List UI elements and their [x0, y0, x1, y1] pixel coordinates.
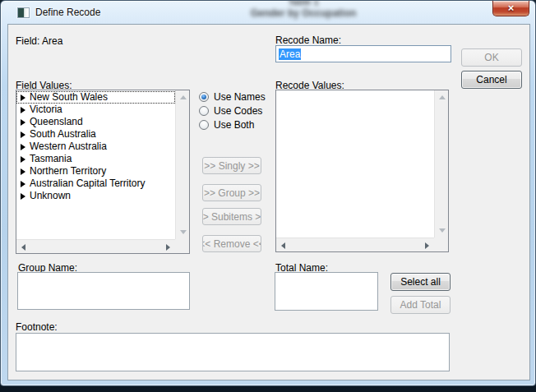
list-item[interactable]: South Australia — [16, 128, 175, 141]
horizontal-scrollbar[interactable] — [16, 239, 175, 253]
scroll-right-icon — [166, 244, 170, 251]
list-item[interactable]: Queensland — [16, 116, 175, 128]
right-triangle-icon — [21, 144, 25, 150]
scroll-right-button[interactable] — [161, 240, 175, 254]
scroll-up-icon — [180, 95, 187, 99]
singly-button[interactable]: >> Singly >> — [202, 157, 261, 174]
scroll-up-button[interactable] — [435, 90, 449, 104]
scroll-down-icon — [439, 228, 446, 233]
scroll-left-button[interactable] — [16, 240, 30, 254]
title-bar[interactable]: Table 1 Gender by Occupation Define Reco… — [1, 1, 535, 24]
scroll-up-icon — [439, 95, 446, 99]
right-triangle-icon — [21, 193, 25, 200]
group-name-input[interactable] — [17, 272, 190, 310]
field-values-list: New South Wales Victoria Queensland Sout… — [16, 90, 175, 239]
vertical-scrollbar[interactable] — [175, 90, 189, 239]
right-triangle-icon — [21, 119, 25, 126]
scroll-down-icon — [180, 230, 187, 234]
dialog-client-area: Field: Area Recode Name: Area OK Cancel … — [7, 24, 530, 380]
vertical-scrollbar[interactable] — [434, 90, 448, 238]
right-triangle-icon — [21, 95, 25, 101]
recode-values-listbox[interactable] — [275, 90, 449, 252]
scroll-down-button[interactable] — [176, 225, 190, 239]
radio-icon — [199, 92, 209, 102]
cancel-button[interactable]: Cancel — [461, 71, 522, 89]
radio-use-codes[interactable]: Use Codes — [199, 105, 262, 117]
subitems-button[interactable]: >> Subitems >> — [202, 208, 261, 225]
radio-icon — [199, 106, 209, 116]
add-total-button[interactable]: Add Total — [390, 296, 451, 314]
right-triangle-icon — [21, 181, 25, 187]
list-item[interactable]: Victoria — [16, 104, 175, 116]
right-triangle-icon — [21, 131, 25, 138]
scroll-down-button[interactable] — [435, 224, 449, 238]
scroll-left-icon — [281, 242, 285, 249]
recode-name-label: Recode Name: — [275, 35, 341, 46]
close-button[interactable]: × — [492, 1, 529, 16]
scroll-right-icon — [425, 242, 429, 249]
recode-name-input[interactable]: Area — [275, 45, 451, 62]
scroll-up-button[interactable] — [176, 90, 190, 104]
list-item[interactable]: Western Australia — [16, 141, 175, 153]
total-name-input[interactable] — [275, 272, 378, 311]
field-values-listbox[interactable]: New South Wales Victoria Queensland Sout… — [16, 90, 190, 254]
radio-use-names[interactable]: Use Names — [199, 91, 266, 103]
scroll-left-button[interactable] — [276, 238, 290, 252]
scrollbar-corner — [434, 238, 448, 251]
desktop-background: Table 1 Gender by Occupation Define Reco… — [0, 0, 536, 392]
app-icon — [17, 7, 30, 18]
list-item[interactable]: Unknown — [16, 190, 175, 202]
right-triangle-icon — [21, 168, 25, 175]
recode-values-list — [276, 90, 434, 238]
horizontal-scrollbar[interactable] — [276, 238, 434, 251]
footnote-input[interactable] — [16, 333, 450, 371]
footnote-label: Footnote: — [16, 321, 58, 333]
list-item[interactable]: New South Wales — [16, 91, 175, 104]
ok-button[interactable]: OK — [461, 48, 522, 67]
radio-use-both[interactable]: Use Both — [199, 119, 254, 131]
list-item[interactable]: Tasmania — [16, 153, 175, 165]
group-button[interactable]: >> Group >> — [202, 184, 261, 201]
radio-icon — [199, 120, 209, 130]
scroll-left-icon — [21, 244, 25, 251]
define-recode-dialog: Table 1 Gender by Occupation Define Reco… — [0, 0, 536, 386]
scrollbar-corner — [175, 239, 189, 253]
remove-button[interactable]: << Remove << — [202, 235, 261, 252]
scroll-right-button[interactable] — [420, 238, 434, 252]
right-triangle-icon — [21, 156, 25, 163]
list-item[interactable]: Northern Territory — [16, 165, 175, 178]
field-label: Field: Area — [16, 35, 62, 47]
select-all-button[interactable]: Select all — [390, 273, 451, 291]
close-icon: × — [508, 2, 515, 14]
background-window-title: Table 1 Gender by Occupation — [213, 0, 394, 19]
right-triangle-icon — [21, 107, 25, 113]
window-title: Define Recode — [35, 7, 100, 18]
selected-text: Area — [279, 48, 301, 60]
list-item[interactable]: Australian Capital Territory — [16, 178, 175, 190]
